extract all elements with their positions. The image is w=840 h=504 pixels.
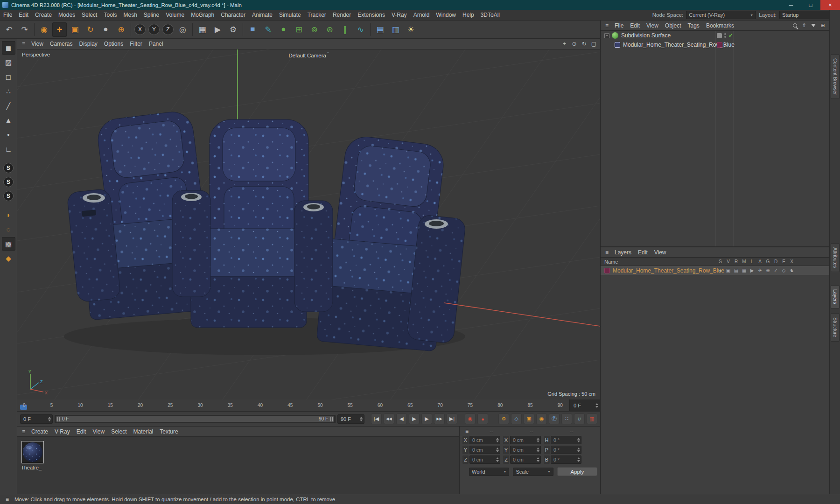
menu-item[interactable]: 3DToAll xyxy=(477,10,503,20)
menu-item[interactable]: Character xyxy=(217,10,249,20)
search-icon[interactable] xyxy=(791,22,799,29)
timeline-ruler[interactable]: 051015202530354045505560657075808590 0 F xyxy=(17,399,600,412)
scale-input[interactable]: 0 cm xyxy=(510,455,541,464)
apply-button[interactable]: Apply xyxy=(557,467,597,476)
live-selection-tool[interactable]: ◉ xyxy=(37,22,51,37)
material-menu-item[interactable]: Select xyxy=(108,427,130,436)
menu-item[interactable]: Edit xyxy=(15,10,32,20)
stepper-icon[interactable] xyxy=(536,437,540,443)
material-menu-item[interactable]: Edit xyxy=(73,427,90,436)
rotation-input[interactable]: 0 ° xyxy=(551,446,581,454)
key-position-button[interactable]: ▣ xyxy=(524,413,534,424)
end-frame-field[interactable]: 90 F xyxy=(337,414,364,424)
key-parameter-button[interactable]: Ⓟ xyxy=(549,413,560,424)
add-cube-button[interactable]: ■ xyxy=(245,22,260,37)
zoom-view-icon[interactable]: ⊙ xyxy=(570,40,579,49)
material-name[interactable]: Theatre_ xyxy=(21,465,47,470)
material-menu-item[interactable]: Material xyxy=(130,427,157,436)
generators-button[interactable]: ⊞ xyxy=(292,22,306,37)
layer-color-icon[interactable] xyxy=(604,268,610,273)
minimize-button[interactable]: ─ xyxy=(781,0,801,10)
object-name[interactable]: Subdivision Surface xyxy=(621,32,671,39)
axis-tool[interactable]: ⊕ xyxy=(114,22,128,37)
transform-mode-select[interactable]: Scale ▼ xyxy=(513,468,553,476)
scale-tool[interactable]: ▣ xyxy=(68,22,82,37)
texture-mode-button[interactable]: ▨ xyxy=(2,56,15,69)
object-mode-button[interactable]: ◻ xyxy=(2,70,15,84)
range-end-grip[interactable] xyxy=(330,417,333,421)
symm​etry-button[interactable]: ∥ xyxy=(338,22,352,37)
layer-toggle-icon[interactable]: ✈ xyxy=(756,268,764,273)
timeline-range-slider[interactable]: 0 F 90 F xyxy=(55,415,336,423)
scale-input[interactable]: 0 cm xyxy=(510,436,541,444)
viewport-camera-label[interactable]: Default Camera° xyxy=(17,51,600,58)
tab-content-browser[interactable]: Content Browser xyxy=(831,54,840,99)
object-manager-menu-item[interactable]: View xyxy=(643,21,662,30)
viewport-hamburger-icon[interactable]: ≡ xyxy=(19,40,28,49)
material-hamburger-icon[interactable]: ≡ xyxy=(19,427,28,436)
collapse-icon[interactable]: − xyxy=(604,33,609,38)
layer-row[interactable]: Modular_Home_Theater_Seating_Row_Blue ●▣… xyxy=(601,266,829,275)
material-menu-item[interactable]: V-Ray xyxy=(51,427,73,436)
layer-toggle-icon[interactable]: ● xyxy=(716,268,724,273)
layer-toggle-icon[interactable]: ✓ xyxy=(772,268,780,273)
key-pla-button[interactable]: ∷ xyxy=(561,413,572,424)
pan-view-icon[interactable]: + xyxy=(560,40,569,49)
menu-item[interactable]: Animate xyxy=(249,10,276,20)
next-frame-button[interactable]: ▶ xyxy=(421,413,432,424)
viewport-menu-item[interactable]: Panel xyxy=(146,39,167,49)
layer-toggle-icon[interactable]: ▤ xyxy=(732,268,740,273)
tweak-mode-button[interactable]: • xyxy=(2,128,15,141)
edges-mode-button[interactable]: ╱ xyxy=(2,99,15,112)
maximize-view-icon[interactable]: ▢ xyxy=(589,40,598,49)
menu-item[interactable]: Extensions xyxy=(354,10,388,20)
layer-toggle-icon[interactable]: ▣ xyxy=(724,268,732,273)
stepper-icon[interactable] xyxy=(495,437,499,443)
lock-x-button[interactable]: X xyxy=(134,24,146,35)
lock-z-button[interactable]: Z xyxy=(162,24,174,35)
menu-item[interactable]: Mesh xyxy=(120,10,140,20)
goto-end-button[interactable]: ▶| xyxy=(447,413,457,424)
layer-toggle-icon[interactable]: ♞ xyxy=(788,268,796,273)
layers-menu-item[interactable]: View xyxy=(651,247,670,257)
viewport-canvas[interactable]: Perspective Default Camera° Grid Spacing… xyxy=(17,49,600,399)
viewport-menu-item[interactable]: Filter xyxy=(126,39,146,49)
object-row-seating-mesh[interactable]: Modular_Home_Theater_Seating_Row_Blue xyxy=(601,40,829,49)
object-manager-hamburger-icon[interactable]: ≡ xyxy=(602,21,611,30)
play-button[interactable]: ▶ xyxy=(409,413,420,424)
menu-item[interactable]: Render xyxy=(329,10,354,20)
deformer-button[interactable]: ∿ xyxy=(353,22,368,37)
layer-toggle-icon[interactable]: ▶ xyxy=(748,268,756,273)
viewport-menu-item[interactable]: Cameras xyxy=(47,39,76,49)
enabled-check-icon[interactable]: ✓ xyxy=(728,32,733,39)
position-input[interactable]: 0 cm xyxy=(469,446,500,454)
menu-item[interactable]: MoGraph xyxy=(188,10,217,20)
rotation-input[interactable]: 0 ° xyxy=(551,455,581,464)
stepper-icon[interactable] xyxy=(536,447,540,453)
previous-key-button[interactable]: ◀◀ xyxy=(384,413,394,424)
filter-icon[interactable] xyxy=(811,24,816,27)
goto-start-button[interactable]: |◀ xyxy=(371,413,382,424)
selection-mask-button[interactable]: ◌ xyxy=(2,223,15,236)
texture-view-button[interactable]: ▩ xyxy=(2,237,15,251)
viewport-menu-item[interactable]: View xyxy=(28,39,47,49)
record-keyframe-button[interactable]: ◉ xyxy=(465,413,476,424)
node-space-select[interactable]: Current (V-Ray) ▼ xyxy=(686,11,756,19)
object-manager-menu-item[interactable]: File xyxy=(611,21,627,30)
snap-quantize-button[interactable]: S xyxy=(3,191,14,201)
object-manager-menu-item[interactable]: Tags xyxy=(685,21,703,30)
render-settings-button[interactable]: ⚙ xyxy=(226,22,240,37)
stepper-icon[interactable] xyxy=(495,456,499,463)
layer-name[interactable]: Modular_Home_Theater_Seating_Row_Blue xyxy=(613,267,724,274)
close-button[interactable]: × xyxy=(820,0,840,10)
menu-item[interactable]: V-Ray xyxy=(388,10,410,20)
menu-item[interactable]: File xyxy=(0,10,15,20)
visibility-dots-icon[interactable] xyxy=(724,33,726,38)
menu-item[interactable]: Spline xyxy=(140,10,162,20)
tab-layers[interactable]: Layers xyxy=(831,285,840,308)
move-tool[interactable]: + xyxy=(52,22,67,37)
previous-frame-button[interactable]: ◀ xyxy=(396,413,407,424)
menu-item[interactable]: Arnold xyxy=(410,10,433,20)
paint-tool-button[interactable]: ◗ xyxy=(2,208,15,222)
menu-item[interactable]: Tools xyxy=(100,10,120,20)
